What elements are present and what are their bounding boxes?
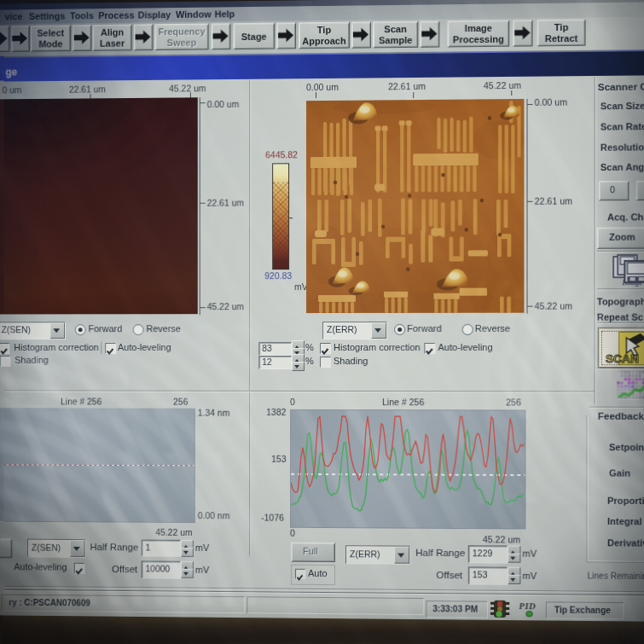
svg-text:SCAN: SCAN [606, 352, 639, 365]
